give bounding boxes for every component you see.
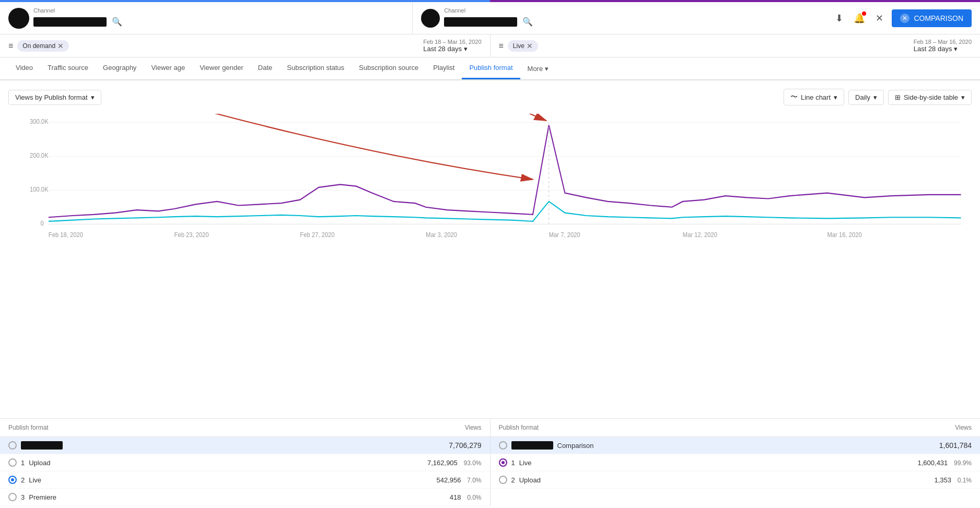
left-search-button[interactable]: 🔍 <box>110 15 124 29</box>
radio-circle-1[interactable] <box>8 458 17 467</box>
table-row: 2 Upload 1,353 0.1% <box>491 471 981 489</box>
tab-viewer-gender[interactable]: Viewer gender <box>192 57 251 79</box>
right-chip: Live ✕ <box>508 40 538 52</box>
left-col1-header: Publish format <box>0 419 246 437</box>
svg-text:Feb 18, 2020: Feb 18, 2020 <box>49 232 83 238</box>
live-label: Live <box>29 476 41 484</box>
comparison-button[interactable]: ✕ COMPARISON <box>892 9 972 27</box>
table-row: Comparison 1,601,784 <box>491 437 981 454</box>
right-channel-name-row: 🔍 <box>444 15 535 29</box>
tab-subscription-source[interactable]: Subscription source <box>352 57 426 79</box>
right-radio-1-live[interactable] <box>499 458 507 467</box>
right-channel-info: Channel 🔍 <box>444 7 535 29</box>
svg-text:Feb 23, 2020: Feb 23, 2020 <box>174 232 209 238</box>
close-button[interactable]: ✕ <box>873 10 885 26</box>
right-upload-label: Upload <box>519 476 541 484</box>
left-table-panel: Publish format Views <box>0 419 490 506</box>
right-header-panel: Channel 🔍 <box>413 2 825 34</box>
left-total-views: 7,706,279 <box>246 437 490 454</box>
left-date-block: Feb 18 – Mar 16, 2020 Last 28 days ▾ <box>423 39 481 53</box>
right-date-dropdown-icon: ▾ <box>954 45 958 53</box>
right-date-main[interactable]: Last 28 days ▾ <box>914 45 972 53</box>
right-col1-header: Publish format <box>491 419 790 437</box>
right-search-button[interactable]: 🔍 <box>520 15 535 29</box>
views-dropdown-chevron: ▾ <box>91 93 95 101</box>
comparison-x-icon: ✕ <box>900 14 909 23</box>
left-data-table: Publish format Views <box>0 419 490 506</box>
download-button[interactable]: ⬇ <box>833 10 845 26</box>
left-chip-close[interactable]: ✕ <box>57 42 64 50</box>
nav-section: Video Traffic source Geography Viewer ag… <box>0 57 980 80</box>
tab-viewer-age[interactable]: Viewer age <box>144 57 192 79</box>
views-by-format-dropdown[interactable]: Views by Publish format ▾ <box>8 90 101 105</box>
right-date-block: Feb 18 – Mar 16, 2020 Last 28 days ▾ <box>914 39 972 53</box>
svg-text:0: 0 <box>40 220 43 227</box>
right-channel-name-cell <box>511 441 553 450</box>
nav-tabs: Video Traffic source Geography Viewer ag… <box>0 57 980 80</box>
more-chevron-icon: ▾ <box>545 65 549 73</box>
tab-geography[interactable]: Geography <box>96 57 144 79</box>
svg-text:Mar 12, 2020: Mar 12, 2020 <box>683 232 717 238</box>
chart-area: Views by Publish format ▾ 〜 Line chart ▾… <box>0 80 980 506</box>
header-section: Channel 🔍 Channel 🔍 ⬇ 🔔 <box>0 2 980 34</box>
svg-text:Feb 27, 2020: Feb 27, 2020 <box>300 232 334 238</box>
left-col2-header: Views <box>246 419 490 437</box>
radio-circle-3[interactable] <box>8 493 17 501</box>
tab-playlist[interactable]: Playlist <box>426 57 462 79</box>
left-channel-label: Channel <box>33 7 124 14</box>
chart-container: 300.0K 200.0K 100.0K 0 Feb 18, 2020 Feb … <box>8 114 972 250</box>
left-avatar <box>8 8 29 29</box>
period-chevron: ▾ <box>873 93 877 101</box>
svg-text:300.0K: 300.0K <box>30 119 49 125</box>
tab-more[interactable]: More ▾ <box>520 58 556 79</box>
right-radio-2[interactable] <box>499 476 507 484</box>
svg-text:Mar 16, 2020: Mar 16, 2020 <box>827 232 861 238</box>
left-date-main[interactable]: Last 28 days ▾ <box>423 45 481 53</box>
tab-traffic-source[interactable]: Traffic source <box>40 57 96 79</box>
chart-type-dropdown[interactable]: 〜 Line chart ▾ <box>784 89 844 105</box>
line-chart-icon: 〜 <box>790 92 798 102</box>
tab-publish-format[interactable]: Publish format <box>462 57 520 79</box>
period-dropdown[interactable]: Daily ▾ <box>848 90 884 105</box>
premiere-label: Premiere <box>29 493 56 501</box>
table-row: 3 Premiere 418 0.0% <box>0 489 490 506</box>
right-live-label: Live <box>519 459 532 467</box>
svg-text:Mar 7, 2020: Mar 7, 2020 <box>549 232 580 238</box>
tab-video[interactable]: Video <box>8 57 40 79</box>
header-extra-actions: ⬇ 🔔 ✕ ✕ COMPARISON <box>825 2 980 34</box>
radio-circle-0[interactable] <box>8 441 17 450</box>
table-type-chevron: ▾ <box>961 93 965 101</box>
right-date-small: Feb 18 – Mar 16, 2020 <box>914 39 972 45</box>
filter-section: ≡ On demand ✕ Feb 18 – Mar 16, 2020 Last… <box>0 34 980 57</box>
right-filter-icon[interactable]: ≡ <box>499 41 504 51</box>
right-radio-0[interactable] <box>499 441 507 450</box>
comparison-label: COMPARISON <box>914 14 963 22</box>
right-filter-panel: ≡ Live ✕ Feb 18 – Mar 16, 2020 Last 28 d… <box>491 34 981 57</box>
left-chip-label: On demand <box>22 42 55 50</box>
left-channel-name-row: 🔍 <box>33 15 124 29</box>
left-channel-info: Channel 🔍 <box>33 7 124 29</box>
left-date-small: Feb 18 – Mar 16, 2020 <box>423 39 481 45</box>
right-data-table: Publish format Views Comparison <box>491 419 981 489</box>
right-chip-label: Live <box>513 42 524 50</box>
chart-type-chevron: ▾ <box>834 93 837 101</box>
right-table-panel: Publish format Views Comparison <box>491 419 981 506</box>
left-channel-name-cell <box>21 441 63 450</box>
chart-section: Views by Publish format ▾ 〜 Line chart ▾… <box>0 80 980 418</box>
tab-subscription-status[interactable]: Subscription status <box>279 57 352 79</box>
table-row: 7,706,279 <box>0 437 490 454</box>
right-col2-header: Views <box>790 419 980 437</box>
upload-label: Upload <box>29 459 50 467</box>
left-channel-name-box <box>33 17 107 27</box>
left-filter-icon[interactable]: ≡ <box>8 41 13 51</box>
notification-button[interactable]: 🔔 <box>851 10 867 26</box>
left-chip: On demand ✕ <box>17 40 69 52</box>
chart-right-controls: 〜 Line chart ▾ Daily ▾ ⊞ Side-by-side ta… <box>784 89 972 105</box>
table-type-dropdown[interactable]: ⊞ Side-by-side table ▾ <box>888 90 972 105</box>
svg-text:100.0K: 100.0K <box>30 186 49 193</box>
table-row: 1 Upload 7,162,905 93.0% <box>0 454 490 471</box>
right-chip-close[interactable]: ✕ <box>527 42 533 50</box>
left-date-dropdown-icon: ▾ <box>464 45 468 53</box>
tab-date[interactable]: Date <box>251 57 279 79</box>
radio-circle-2-live[interactable] <box>8 476 17 484</box>
